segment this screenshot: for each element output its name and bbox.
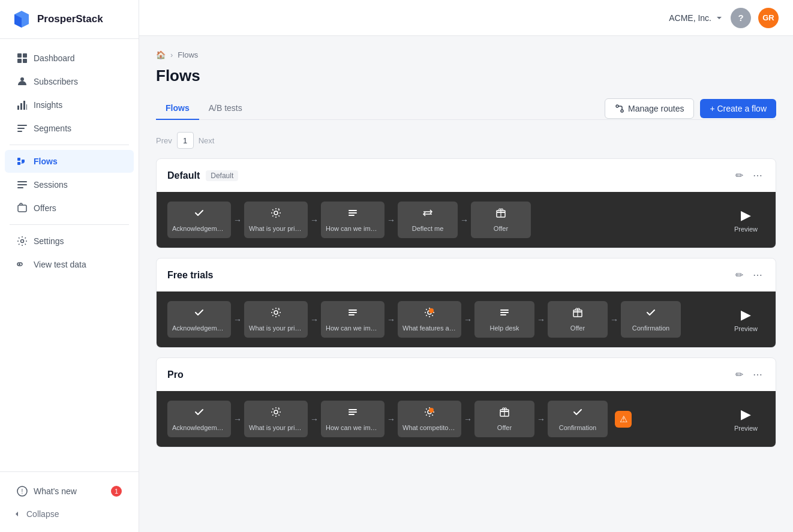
svg-rect-14 bbox=[17, 158, 20, 161]
flow-header: Pro ✏ ⋯ bbox=[157, 358, 776, 391]
next-button[interactable]: Next bbox=[199, 136, 215, 145]
flow-step[interactable]: Offer bbox=[471, 202, 531, 238]
sidebar-item-subscribers[interactable]: Subscribers bbox=[5, 70, 134, 93]
more-options-button[interactable]: ⋯ bbox=[750, 267, 765, 283]
sidebar-item-sessions-label: Sessions bbox=[34, 180, 68, 190]
flow-header: Free trials ✏ ⋯ bbox=[157, 259, 776, 291]
svg-rect-12 bbox=[17, 128, 25, 129]
svg-rect-15 bbox=[17, 162, 20, 165]
step-label: How can we impr... bbox=[326, 324, 380, 332]
more-options-button[interactable]: ⋯ bbox=[750, 167, 765, 184]
step-label: Help desk bbox=[490, 324, 519, 332]
svg-rect-43 bbox=[500, 314, 506, 315]
svg-rect-32 bbox=[349, 215, 355, 216]
sidebar-item-whats-new-label: What's new bbox=[34, 486, 77, 496]
flow-step[interactable]: How can we impr... bbox=[321, 301, 385, 338]
step-label: What is your prim... bbox=[249, 225, 303, 232]
svg-rect-8 bbox=[20, 103, 22, 110]
step-arrow: → bbox=[310, 414, 319, 424]
sidebar-item-whats-new[interactable]: ! What's new 1 bbox=[5, 480, 134, 503]
offers-icon bbox=[17, 203, 28, 214]
flow-step[interactable]: * What is your prim... bbox=[244, 301, 308, 338]
more-options-button[interactable]: ⋯ bbox=[750, 366, 765, 383]
sidebar-item-offers[interactable]: Offers bbox=[5, 197, 134, 220]
pagination: Prev 1 Next bbox=[156, 132, 776, 149]
step-label: Confirmation bbox=[559, 424, 596, 431]
flow-step[interactable]: Offer bbox=[474, 401, 534, 437]
flows-icon bbox=[17, 156, 28, 167]
segments-icon bbox=[17, 123, 28, 134]
company-name: ACME, Inc. bbox=[669, 13, 711, 23]
flow-step[interactable]: What features are... bbox=[398, 301, 461, 338]
flow-actions: ✏ ⋯ bbox=[733, 267, 765, 283]
sidebar-item-dashboard[interactable]: Dashboard bbox=[5, 47, 134, 70]
svg-point-21 bbox=[21, 240, 24, 243]
flow-card-default: Default Default ✏ ⋯ Acknowledgements → *… bbox=[156, 158, 776, 248]
topbar: ACME, Inc. ? GR bbox=[139, 0, 793, 36]
sessions-icon bbox=[17, 179, 28, 190]
create-flow-button[interactable]: + Create a flow bbox=[700, 99, 776, 118]
svg-rect-3 bbox=[23, 53, 27, 58]
svg-rect-42 bbox=[500, 312, 509, 313]
flow-actions: ✏ ⋯ bbox=[733, 167, 765, 184]
preview-play-icon: ▶ bbox=[741, 208, 751, 223]
flow-step[interactable]: Acknowledgements bbox=[167, 301, 231, 338]
page-content: 🏠 › Flows Flows Flows A/B tests Manage r… bbox=[139, 36, 793, 532]
flow-step[interactable]: How can we impr... bbox=[321, 401, 385, 437]
collapse-button[interactable]: Collapse bbox=[0, 503, 139, 525]
tab-ab-tests[interactable]: A/B tests bbox=[199, 97, 252, 120]
flow-card-free-trials: Free trials ✏ ⋯ Acknowledgements → * Wha… bbox=[156, 258, 776, 348]
flow-step[interactable]: Confirmation bbox=[548, 401, 608, 437]
sidebar-item-settings[interactable]: Settings bbox=[5, 230, 134, 253]
edit-flow-button[interactable]: ✏ bbox=[733, 267, 746, 283]
tab-flows[interactable]: Flows bbox=[156, 97, 199, 120]
svg-point-6 bbox=[20, 77, 24, 81]
step-arrow: → bbox=[537, 315, 545, 324]
sidebar-item-view-test-data[interactable]: View test data bbox=[5, 253, 134, 276]
page-number[interactable]: 1 bbox=[177, 132, 194, 149]
breadcrumb: 🏠 › Flows bbox=[156, 50, 776, 59]
flow-step[interactable]: Deflect me bbox=[398, 202, 458, 238]
home-icon[interactable]: 🏠 bbox=[156, 50, 166, 59]
flow-step[interactable]: Help desk bbox=[474, 301, 534, 338]
svg-rect-7 bbox=[17, 106, 19, 110]
manage-routes-button[interactable]: Manage routes bbox=[605, 98, 694, 119]
flow-step[interactable]: Offer bbox=[548, 301, 608, 338]
svg-rect-39 bbox=[349, 314, 355, 315]
preview-button[interactable]: ▶ Preview bbox=[727, 307, 765, 332]
flow-step[interactable]: * What is your prim... bbox=[244, 202, 308, 238]
sidebar-item-segments-label: Segments bbox=[34, 124, 71, 133]
insights-icon bbox=[17, 100, 28, 110]
flow-step[interactable]: Confirmation bbox=[621, 301, 681, 338]
flow-step[interactable]: What competitor ... bbox=[398, 401, 461, 437]
flow-step[interactable]: Acknowledgements bbox=[167, 202, 231, 238]
prev-button[interactable]: Prev bbox=[156, 136, 172, 145]
sidebar-item-sessions[interactable]: Sessions bbox=[5, 173, 134, 196]
create-flow-label: + Create a flow bbox=[710, 104, 767, 113]
preview-play-icon: ▶ bbox=[741, 407, 751, 422]
preview-label: Preview bbox=[734, 425, 758, 432]
settings-icon bbox=[17, 236, 28, 247]
sidebar-item-segments[interactable]: Segments bbox=[5, 117, 134, 140]
flow-step[interactable]: How can we impr... bbox=[321, 202, 385, 238]
preview-button[interactable]: ▶ Preview bbox=[727, 208, 765, 233]
help-button[interactable]: ? bbox=[731, 8, 751, 28]
sidebar-item-flows[interactable]: Flows bbox=[5, 150, 134, 173]
preview-button[interactable]: ▶ Preview bbox=[727, 407, 765, 432]
flow-step[interactable]: * What is your prim... bbox=[244, 401, 308, 437]
company-selector[interactable]: ACME, Inc. bbox=[669, 13, 723, 23]
svg-rect-49 bbox=[349, 411, 357, 413]
main-area: ACME, Inc. ? GR 🏠 › Flows Flows Flows A/… bbox=[139, 0, 793, 532]
flows-list: Default Default ✏ ⋯ Acknowledgements → *… bbox=[156, 158, 776, 447]
svg-text:!: ! bbox=[22, 488, 23, 495]
logo-area: ProsperStack bbox=[0, 0, 139, 39]
edit-flow-button[interactable]: ✏ bbox=[733, 167, 746, 184]
step-arrow: → bbox=[537, 414, 545, 424]
step-arrow: → bbox=[460, 215, 468, 225]
flow-step[interactable]: Acknowledgements bbox=[167, 401, 231, 437]
avatar[interactable]: GR bbox=[758, 8, 779, 28]
edit-flow-button[interactable]: ✏ bbox=[733, 366, 746, 383]
logo-icon bbox=[12, 10, 31, 29]
sidebar-item-insights[interactable]: Insights bbox=[5, 94, 134, 116]
preview-label: Preview bbox=[734, 325, 758, 332]
